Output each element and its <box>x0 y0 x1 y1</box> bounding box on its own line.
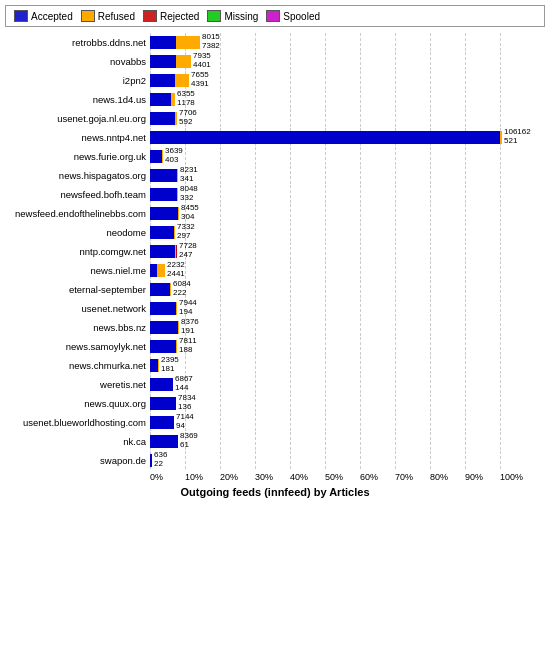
bar-refused <box>174 226 175 239</box>
bar-value-label: 714494 <box>176 413 194 431</box>
bar-refused <box>177 169 178 182</box>
bar-accepted <box>150 416 174 429</box>
bar-accepted <box>150 454 152 467</box>
bar-value-label: 7944194 <box>179 299 197 317</box>
bar-refused <box>178 321 179 334</box>
bar-refused <box>162 150 163 163</box>
bar-section: 8455304 <box>150 204 545 222</box>
row-label: nntp.comgw.net <box>5 246 150 257</box>
bar-value-label: 8048332 <box>180 185 198 203</box>
bar-value-label: 106162521 <box>504 128 531 146</box>
bar-refused <box>175 74 189 87</box>
bar-refused <box>177 188 178 201</box>
accepted-label: Accepted <box>31 11 73 22</box>
bar-section: 7834136 <box>150 394 545 412</box>
bar-section: 7811188 <box>150 337 545 355</box>
bar-accepted <box>150 340 176 353</box>
spooled-label: Spooled <box>283 11 320 22</box>
table-row: retrobbs.ddns.net80157382 <box>5 33 545 51</box>
refused-color <box>81 10 95 22</box>
bar-value-label: 8231341 <box>180 166 198 184</box>
bar-refused <box>175 112 177 125</box>
refused-label: Refused <box>98 11 135 22</box>
bar-value-label: 7811188 <box>179 337 197 355</box>
bar-section: 22322441 <box>150 261 545 279</box>
bar-refused <box>500 131 502 144</box>
x-tick: 0% <box>150 472 185 482</box>
x-axis: 0%10%20%30%40%50%60%70%80%90%100% <box>150 472 545 482</box>
bar-refused <box>178 207 179 220</box>
table-row: eternal-september6084222 <box>5 280 545 298</box>
table-row: newsfeed.bofh.team8048332 <box>5 185 545 203</box>
bar-value-label: 836961 <box>180 432 198 450</box>
bar-section: 3639403 <box>150 147 545 165</box>
bar-section: 7944194 <box>150 299 545 317</box>
bar-section: 2395181 <box>150 356 545 374</box>
row-label: newsfeed.endofthelinebbs.com <box>5 208 150 219</box>
bar-refused <box>157 264 165 277</box>
bar-section: 7728247 <box>150 242 545 260</box>
table-row: swapon.de63622 <box>5 451 545 469</box>
chart-area: retrobbs.ddns.net80157382novabbs79354401… <box>5 33 545 470</box>
bar-refused <box>176 340 177 353</box>
x-tick: 30% <box>255 472 290 482</box>
row-label: news.bbs.nz <box>5 322 150 333</box>
bar-value-label: 79354401 <box>193 52 211 70</box>
x-tick: 50% <box>325 472 360 482</box>
bar-value-label: 7706592 <box>179 109 197 127</box>
x-tick: 60% <box>360 472 395 482</box>
missing-label: Missing <box>224 11 258 22</box>
x-tick: 40% <box>290 472 325 482</box>
legend-refused: Refused <box>81 10 135 22</box>
row-label: usenet.goja.nl.eu.org <box>5 113 150 124</box>
legend-missing: Missing <box>207 10 258 22</box>
bar-accepted <box>150 112 175 125</box>
row-label: news.niel.me <box>5 265 150 276</box>
bar-section: 8048332 <box>150 185 545 203</box>
legend-accepted: Accepted <box>14 10 73 22</box>
bar-value-label: 63551178 <box>177 90 195 108</box>
bar-value-label: 6084222 <box>173 280 191 298</box>
table-row: news.hispagatos.org8231341 <box>5 166 545 184</box>
row-label: i2pn2 <box>5 75 150 86</box>
bar-refused <box>176 36 200 49</box>
x-tick: 90% <box>465 472 500 482</box>
rejected-label: Rejected <box>160 11 199 22</box>
bar-value-label: 63622 <box>154 451 167 469</box>
bar-accepted <box>150 397 176 410</box>
bar-accepted <box>150 302 176 315</box>
bar-accepted <box>150 378 173 391</box>
table-row: news.chmurka.net2395181 <box>5 356 545 374</box>
row-label: retrobbs.ddns.net <box>5 37 150 48</box>
table-row: i2pn276554391 <box>5 71 545 89</box>
row-label: newsfeed.bofh.team <box>5 189 150 200</box>
bar-refused <box>171 93 175 106</box>
bar-accepted <box>150 93 171 106</box>
table-row: usenet.network7944194 <box>5 299 545 317</box>
bar-accepted <box>150 359 158 372</box>
row-label: novabbs <box>5 56 150 67</box>
bar-value-label: 80157382 <box>202 33 220 51</box>
row-label: neodome <box>5 227 150 238</box>
bar-accepted <box>150 264 157 277</box>
table-row: news.quux.org7834136 <box>5 394 545 412</box>
bar-accepted <box>150 321 178 334</box>
row-label: news.hispagatos.org <box>5 170 150 181</box>
bar-accepted <box>150 55 176 68</box>
table-row: neodome7332297 <box>5 223 545 241</box>
row-label: nk.ca <box>5 436 150 447</box>
bar-value-label: 8376191 <box>181 318 199 336</box>
bar-section: 714494 <box>150 413 545 431</box>
bar-section: 63551178 <box>150 90 545 108</box>
bar-refused <box>158 359 159 372</box>
bar-section: 7332297 <box>150 223 545 241</box>
bar-value-label: 7834136 <box>178 394 196 412</box>
bar-accepted <box>150 74 175 87</box>
table-row: usenet.goja.nl.eu.org7706592 <box>5 109 545 127</box>
bar-accepted <box>150 131 500 144</box>
bar-section: 8376191 <box>150 318 545 336</box>
bar-value-label: 22322441 <box>167 261 185 279</box>
bar-value-label: 7332297 <box>177 223 195 241</box>
chart-title: Outgoing feeds (innfeed) by Articles <box>5 486 545 498</box>
bar-section: 76554391 <box>150 71 545 89</box>
